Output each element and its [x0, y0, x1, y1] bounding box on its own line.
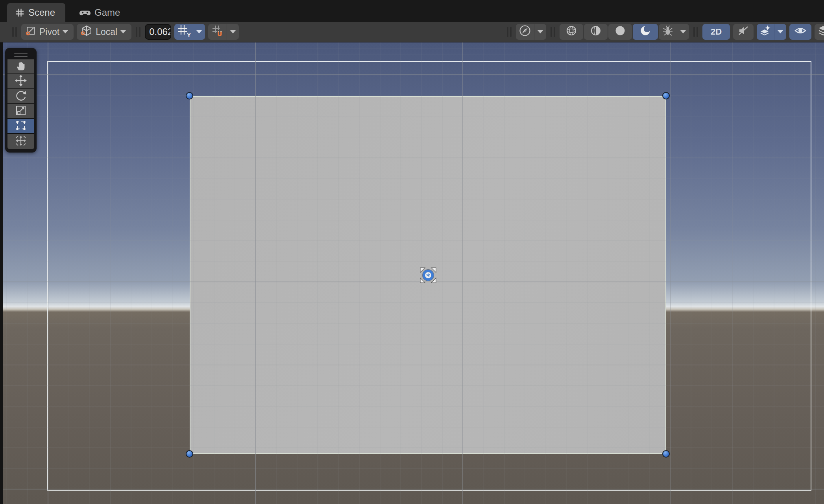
scene-grid-major-line — [0, 281, 824, 282]
grid-visibility-split-button: Y — [174, 24, 205, 40]
tab-scene[interactable]: Scene — [7, 3, 65, 22]
camera-mode-button[interactable] — [516, 24, 534, 40]
scale-tool-button[interactable] — [7, 104, 34, 119]
grid-snap-split-button — [208, 24, 239, 40]
rotate-icon — [15, 89, 27, 103]
camera-mode-dropdown[interactable] — [534, 24, 546, 40]
rect-corners-icon — [15, 119, 27, 133]
scene-grid-major-line — [0, 489, 824, 489]
overlays-button[interactable] — [815, 24, 824, 40]
effects-sparkle-icon — [759, 24, 772, 39]
effects-toggle[interactable] — [757, 24, 774, 40]
pivot-mode-label: Pivot — [39, 27, 59, 37]
handle-orientation-button[interactable]: Local — [77, 24, 131, 40]
scene-grid-major-line — [0, 74, 824, 75]
rect-handle-top-left[interactable] — [186, 92, 193, 99]
rect-handle-bottom-left[interactable] — [186, 450, 193, 458]
sphere-wireframe-icon — [565, 25, 577, 39]
debug-mode-button[interactable] — [659, 24, 677, 40]
cube-icon — [81, 25, 92, 39]
toolbar-drag-handle[interactable] — [693, 27, 698, 37]
shading-shaded-wireframe-toggle[interactable] — [584, 24, 608, 40]
grid-visibility-dropdown[interactable] — [193, 24, 205, 40]
tab-label: Scene — [28, 7, 55, 18]
editor-tab-bar: Scene Game — [0, 0, 824, 22]
audio-muted-icon — [737, 25, 749, 39]
tab-game[interactable]: Game — [72, 3, 130, 22]
debug-split-button — [659, 24, 689, 40]
grid-size-input[interactable]: 0.0625 — [145, 24, 171, 40]
grid-snap-dropdown[interactable] — [227, 24, 239, 40]
shading-solid-toggle[interactable] — [608, 24, 632, 40]
move-tool-button[interactable] — [7, 74, 34, 89]
sphere-solid-icon — [614, 25, 626, 39]
pivot-mode-button[interactable]: Pivot — [21, 24, 74, 40]
scene-grid-major-line — [462, 42, 463, 504]
scene-grid-major-line — [670, 42, 671, 504]
debug-mode-dropdown[interactable] — [677, 24, 689, 40]
rect-handle-top-right[interactable] — [662, 92, 670, 99]
transform-tool-button[interactable] — [7, 134, 34, 149]
toolbar-drag-handle[interactable] — [12, 27, 17, 37]
shading-wireframe-toggle[interactable] — [560, 24, 583, 40]
scene-grid-fine — [0, 42, 824, 504]
toolbar-right-group: 2D — [503, 24, 824, 40]
grid-snap-button[interactable] — [208, 24, 227, 40]
palette-drag-handle[interactable] — [5, 51, 37, 59]
rect-handle-bottom-right[interactable] — [662, 450, 670, 458]
toolbar-drag-handle[interactable] — [550, 27, 556, 37]
toolbar-drag-handle[interactable] — [135, 27, 141, 37]
scene-visibility-toggle[interactable] — [789, 24, 811, 40]
transform-combined-icon — [15, 134, 27, 149]
gamepad-icon — [79, 8, 91, 17]
grid-icon — [15, 8, 24, 17]
debug-bug-icon — [662, 25, 674, 39]
hand-icon — [15, 59, 27, 74]
move-arrows-icon — [15, 74, 27, 88]
scene-audio-toggle[interactable] — [733, 24, 754, 40]
scene-viewport[interactable] — [0, 42, 824, 504]
2d-mode-label: 2D — [711, 27, 722, 37]
scale-icon — [15, 104, 27, 118]
crescent-moon-icon — [639, 24, 652, 40]
sphere-half-icon — [590, 25, 602, 39]
magnet-grid-icon — [212, 25, 223, 39]
tools-overlay-palette — [5, 48, 37, 153]
grid-axis-label: Y — [187, 31, 191, 38]
view-hand-tool-button[interactable] — [7, 59, 34, 74]
chevron-down-icon — [63, 30, 68, 33]
layers-stack-icon — [817, 24, 824, 39]
tab-label: Game — [94, 7, 120, 18]
compass-icon — [519, 24, 531, 39]
rect-pivot-gizmo[interactable] — [416, 263, 441, 289]
viewport-left-border — [0, 42, 3, 504]
rotate-tool-button[interactable] — [7, 89, 34, 104]
scene-grid-major-line — [48, 42, 48, 504]
scene-toolbar: Pivot Local 0.0625 Y — [0, 22, 824, 42]
toolbar-drag-handle[interactable] — [506, 27, 512, 37]
pivot-icon — [25, 25, 36, 39]
grid-visibility-button[interactable]: Y — [174, 24, 193, 40]
lighting-toggle[interactable] — [633, 24, 658, 40]
scene-grid-major-line — [255, 42, 256, 504]
rect-tool-button[interactable] — [7, 119, 34, 134]
effects-split-button — [757, 24, 786, 40]
handle-orientation-label: Local — [96, 27, 117, 37]
2d-mode-toggle[interactable]: 2D — [702, 24, 730, 40]
effects-dropdown[interactable] — [774, 24, 786, 40]
eye-icon — [794, 24, 807, 40]
camera-mode-split-button — [516, 24, 546, 40]
chevron-down-icon — [120, 30, 126, 33]
